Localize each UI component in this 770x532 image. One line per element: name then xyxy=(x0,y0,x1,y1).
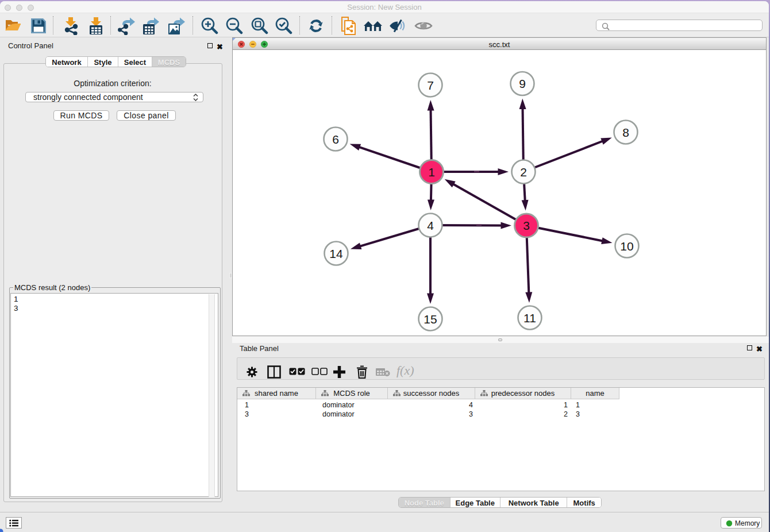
svg-text:7: 7 xyxy=(427,79,434,92)
svg-text:6: 6 xyxy=(332,133,339,146)
svg-text:8: 8 xyxy=(622,126,629,139)
svg-text:10: 10 xyxy=(620,240,633,253)
svg-text:4: 4 xyxy=(427,219,434,232)
svg-text:2: 2 xyxy=(520,165,527,179)
svg-text:15: 15 xyxy=(424,313,437,326)
svg-text:11: 11 xyxy=(523,311,536,325)
svg-text:14: 14 xyxy=(329,247,343,260)
svg-text:1: 1 xyxy=(428,165,435,179)
svg-text:9: 9 xyxy=(519,77,526,90)
svg-text:3: 3 xyxy=(523,219,530,232)
